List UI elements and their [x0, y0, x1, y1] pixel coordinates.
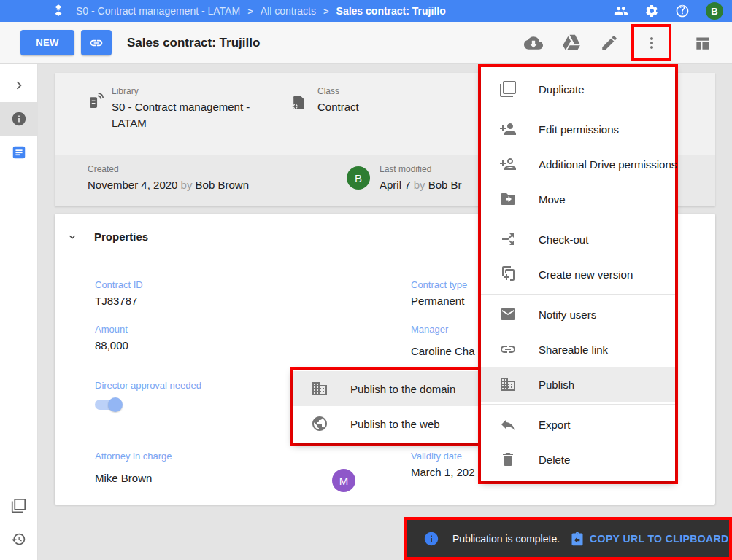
menu-item-label: Export — [539, 419, 570, 431]
person-add-outline-icon — [499, 155, 517, 173]
last-modified-value: April 7 by Bob Br — [380, 177, 462, 193]
info-icon — [11, 111, 27, 127]
class-value: Contract — [317, 99, 359, 115]
history-icon — [11, 532, 26, 547]
app-logo-icon — [51, 4, 66, 18]
edit-icon[interactable] — [600, 34, 619, 52]
app-window: S0 - Contract management - LATAM > All c… — [0, 0, 732, 560]
delete-icon — [499, 451, 517, 468]
manager-value: Caroline Cha — [411, 345, 475, 357]
menu-item-delete[interactable]: Delete — [481, 442, 675, 477]
menu-item-label: Shareable link — [539, 343, 608, 356]
breadcrumb-library[interactable]: S0 - Contract management - LATAM — [76, 5, 240, 17]
director-approval-label: Director approval needed — [95, 380, 201, 391]
submenu-item-publish-domain[interactable]: Publish to the domain — [293, 371, 480, 406]
export-icon — [499, 416, 517, 433]
class-icon — [290, 93, 308, 112]
cloud-download-icon[interactable] — [524, 34, 543, 52]
breadcrumb-separator: > — [247, 6, 253, 17]
publication-toast: Publication is complete. COPY URL TO CLI… — [407, 520, 729, 557]
menu-item-additional-drive-permissions[interactable]: Additional Drive permissions — [481, 147, 675, 182]
toolbar-divider — [679, 29, 679, 57]
sidebar-item-copies[interactable] — [0, 489, 38, 522]
sidebar-item-info[interactable] — [0, 102, 38, 136]
contract-id-field: Contract ID TJ83787 — [95, 279, 143, 307]
globe-icon — [311, 415, 328, 432]
attorney-label: Attorney in charge — [95, 451, 172, 462]
director-approval-toggle[interactable] — [95, 400, 121, 410]
page-title: Sales contract: Trujillo — [127, 36, 260, 50]
more-options-icon[interactable] — [643, 34, 660, 52]
modified-by-name[interactable]: Bob Br — [428, 179, 462, 191]
toast-annotation: Publication is complete. COPY URL TO CLI… — [404, 517, 732, 560]
chevron-right-icon — [11, 77, 27, 93]
copy-url-button[interactable]: COPY URL TO CLIPBOARD — [570, 532, 728, 546]
modified-date: April 7 — [380, 179, 411, 191]
created-date: November 4, 2020 — [88, 179, 177, 191]
manager-label: Manager — [411, 324, 475, 335]
menu-item-check-out[interactable]: Check-out — [481, 222, 675, 257]
users-icon[interactable] — [614, 4, 628, 18]
checkout-icon — [499, 230, 517, 248]
menu-item-export[interactable]: Export — [481, 407, 675, 442]
link-button[interactable] — [81, 30, 112, 55]
created-by-name[interactable]: Bob Brown — [196, 179, 249, 191]
sidebar-item-history[interactable] — [0, 522, 38, 556]
breadcrumb-separator: > — [323, 6, 329, 17]
top-bar: S0 - Contract management - LATAM > All c… — [0, 0, 732, 22]
menu-item-label: Additional Drive permissions — [539, 158, 677, 171]
menu-divider — [481, 404, 675, 405]
menu-item-duplicate[interactable]: Duplicate — [481, 71, 675, 106]
contract-type-value: Permanent — [411, 295, 467, 307]
breadcrumb-all-contracts[interactable]: All contracts — [261, 5, 316, 17]
help-icon[interactable] — [675, 4, 690, 18]
menu-item-label: Duplicate — [539, 83, 585, 96]
submenu-item-label: Publish to the domain — [350, 383, 455, 395]
toolbar: NEW Sales contract: Trujillo — [0, 22, 732, 64]
menu-item-notify-users[interactable]: Notify users — [481, 297, 675, 332]
menu-item-label: Notify users — [539, 308, 596, 321]
sidebar-item-document[interactable] — [0, 136, 38, 169]
library-field: Library S0 - Contract management - LATAM — [112, 86, 283, 131]
validity-date-value: March 1, 202 — [411, 466, 475, 478]
gear-icon[interactable] — [644, 4, 659, 18]
modified-by-avatar[interactable]: B — [347, 166, 370, 190]
menu-divider — [481, 294, 675, 295]
created-by-word: by — [181, 179, 193, 191]
library-value: S0 - Contract management - LATAM — [112, 99, 283, 131]
contract-type-label: Contract type — [411, 279, 467, 290]
breadcrumb: S0 - Contract management - LATAM > All c… — [76, 5, 446, 17]
menu-item-move[interactable]: Move — [481, 182, 675, 217]
copy-pages-icon — [11, 498, 26, 513]
duplicate-icon — [499, 80, 517, 98]
manager-field: Manager Caroline Cha — [411, 324, 475, 357]
menu-item-label: Check-out — [539, 233, 588, 246]
library-label: Library — [112, 86, 283, 96]
clipboard-arrow-icon — [570, 532, 585, 546]
copy-url-label: COPY URL TO CLIPBOARD — [590, 533, 728, 545]
menu-item-edit-permissions[interactable]: Edit permissions — [481, 112, 675, 147]
info-icon — [423, 531, 439, 547]
menu-item-publish[interactable]: Publish — [481, 367, 675, 402]
menu-item-label: Edit permissions — [539, 123, 619, 136]
left-sidebar — [0, 64, 38, 560]
user-avatar[interactable]: B — [706, 2, 723, 20]
new-button[interactable]: NEW — [20, 30, 74, 55]
attorney-value: Mike Brown — [95, 472, 172, 484]
properties-section-title[interactable]: Properties — [94, 230, 148, 243]
menu-divider — [481, 219, 675, 219]
created-field: Created November 4, 2020 by Bob Brown — [88, 164, 249, 193]
chevron-down-icon[interactable] — [66, 231, 78, 243]
drive-icon[interactable] — [562, 34, 581, 52]
attorney-avatar[interactable]: M — [332, 469, 355, 492]
shareable-link-icon — [499, 341, 517, 358]
created-label: Created — [88, 164, 249, 174]
amount-field: Amount 88,000 — [95, 324, 128, 351]
sidebar-expand[interactable] — [0, 69, 38, 102]
menu-item-shareable-link[interactable]: Shareable link — [481, 332, 675, 367]
submenu-item-label: Publish to the web — [350, 418, 440, 430]
layout-columns-icon[interactable] — [693, 34, 712, 52]
submenu-item-publish-web[interactable]: Publish to the web — [293, 406, 480, 441]
validity-date-field: Validity date March 1, 202 — [411, 451, 475, 478]
menu-item-create-new-version[interactable]: Create new version — [481, 257, 675, 292]
